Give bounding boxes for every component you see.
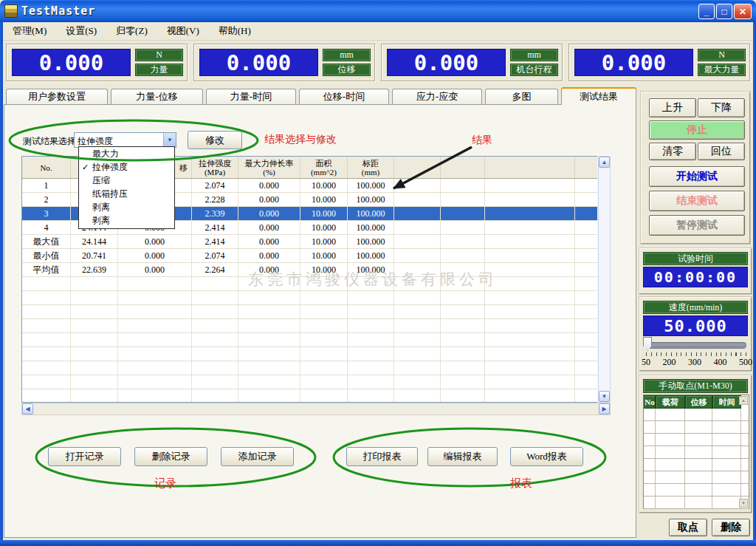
report-button-2[interactable]: 编辑报表 — [427, 447, 498, 466]
jog-down-button[interactable]: 下降 — [698, 98, 745, 117]
table-cell: 0.000 — [238, 221, 300, 234]
dropdown-option[interactable]: 剥离 — [79, 214, 174, 227]
menu-item[interactable]: 视图(V) — [157, 22, 209, 40]
dropdown-option[interactable]: 纸箱持压 — [79, 187, 174, 200]
table-row[interactable] — [22, 389, 597, 403]
window-controls: _ □ ✕ — [698, 4, 752, 19]
column-unit: (%) — [263, 168, 275, 177]
points-scroll-down-icon[interactable]: ▼ — [739, 499, 748, 508]
table-cell: 平均值 — [22, 263, 71, 276]
record-button-2[interactable]: 删除记录 — [134, 447, 207, 466]
table-row[interactable] — [22, 319, 597, 333]
maximize-button[interactable]: □ — [716, 4, 732, 19]
test-time-group: 试验时间 00:00:00 — [639, 248, 752, 294]
stop-button[interactable]: 停止 — [649, 120, 745, 140]
table-row[interactable] — [22, 361, 597, 375]
display-panel: 0.000N力量 — [6, 44, 188, 81]
result-select-combobox[interactable]: 拉伸强度 ▼ — [74, 132, 176, 148]
speed-slider-thumb[interactable] — [643, 337, 652, 351]
start-test-button[interactable]: 开始测试 — [649, 166, 745, 187]
points-cell — [712, 434, 741, 446]
report-button-3[interactable]: Word报表 — [510, 447, 583, 466]
tab-2[interactable]: 力量-位移 — [111, 89, 203, 104]
points-cell — [685, 496, 712, 508]
column-header: 面积(mm^2) — [300, 157, 348, 178]
lcd-value: 0.000 — [199, 49, 318, 76]
points-column-header: 载荷 — [656, 395, 685, 409]
menu-item[interactable]: 设置(S) — [56, 22, 106, 40]
scroll-left-icon[interactable]: ◀ — [22, 403, 33, 414]
points-scroll-up-icon[interactable]: ▲ — [739, 396, 748, 405]
points-cell — [644, 484, 656, 496]
table-cell: 2 — [22, 193, 71, 206]
dropdown-option[interactable]: 剥离 — [79, 200, 174, 214]
tab-bar: 用户参数设置力量-位移力量-时间位移-时间应力-应变多图测试结果 — [4, 87, 636, 104]
table-cell — [22, 361, 71, 375]
vertical-scrollbar[interactable]: ▲ ▼ — [598, 156, 611, 403]
zero-button[interactable]: 清零 — [649, 143, 696, 160]
table-cell — [394, 291, 441, 304]
dropdown-option[interactable]: 拉伸强度✓ — [79, 160, 174, 174]
check-icon: ✓ — [82, 163, 89, 172]
table-row[interactable] — [22, 347, 597, 361]
points-row — [644, 446, 749, 459]
tab-1[interactable]: 用户参数设置 — [6, 89, 108, 104]
points-cell — [712, 496, 741, 508]
modify-button[interactable]: 修改 — [188, 131, 242, 149]
column-header: 拉伸强度(MPa) — [192, 157, 238, 178]
menu-item[interactable]: 帮助(H) — [209, 22, 261, 40]
report-button-1[interactable]: 打印报表 — [346, 447, 418, 466]
table-cell — [485, 361, 575, 375]
table-cell: 0.000 — [118, 249, 192, 262]
dropdown-option[interactable]: 最大力 — [79, 147, 174, 160]
menu-item[interactable]: 归零(Z) — [106, 22, 157, 40]
horizontal-scrollbar[interactable]: ◀ ▶ — [21, 403, 611, 415]
record-button-1[interactable]: 打开记录 — [48, 447, 121, 466]
close-button[interactable]: ✕ — [734, 4, 752, 19]
table-cell: 0.000 — [238, 193, 300, 206]
scroll-down-icon[interactable]: ▼ — [599, 391, 610, 402]
table-cell — [441, 291, 485, 304]
tab-4[interactable]: 位移-时间 — [299, 89, 389, 104]
table-cell: 100.000 — [348, 235, 394, 248]
table-cell: 2.074 — [192, 179, 238, 192]
display-panels: 0.000N力量0.000mm位移0.000mm机台行程0.000N最大力量 — [3, 41, 753, 84]
manual-points-table[interactable]: No载荷位移时间▲▼ — [643, 395, 749, 509]
tab-7[interactable]: 测试结果 — [561, 87, 636, 105]
table-cell — [71, 277, 118, 290]
chevron-down-icon[interactable]: ▼ — [163, 133, 176, 147]
table-row[interactable]: 最大值24.1440.0002.4140.00010.000100.000 — [22, 235, 597, 249]
tab-6[interactable]: 多图 — [485, 89, 558, 104]
table-row[interactable] — [22, 305, 597, 319]
delete-point-button[interactable]: 删除 — [712, 519, 750, 536]
tab-5[interactable]: 应力-应变 — [392, 89, 482, 104]
table-row[interactable]: 最小值20.7410.0002.0740.00010.000100.000 — [22, 249, 597, 263]
return-button[interactable]: 回位 — [698, 143, 745, 160]
title-bar[interactable]: TestMaster _ □ ✕ — [0, 0, 756, 22]
scroll-right-icon[interactable]: ▶ — [599, 403, 610, 414]
menu-item[interactable]: 管理(M) — [3, 22, 56, 40]
table-cell — [575, 235, 597, 248]
pause-test-button[interactable]: 暂停测试 — [649, 215, 745, 236]
record-button-3[interactable]: 添加记录 — [221, 447, 294, 466]
table-cell — [394, 235, 441, 248]
table-cell — [485, 221, 575, 234]
jog-up-button[interactable]: 上升 — [649, 98, 696, 117]
pick-point-button[interactable]: 取点 — [669, 519, 707, 536]
points-cell — [712, 484, 741, 496]
scroll-up-icon[interactable]: ▲ — [599, 157, 610, 168]
table-row[interactable] — [22, 291, 597, 305]
tab-3[interactable]: 力量-时间 — [206, 89, 296, 104]
dropdown-option[interactable]: 压缩 — [79, 174, 174, 187]
table-row[interactable] — [22, 375, 597, 389]
table-row[interactable] — [22, 333, 597, 347]
speed-slider-track[interactable] — [646, 342, 746, 349]
minimize-button[interactable]: _ — [698, 4, 715, 19]
result-select-label: 测试结果选择 — [23, 135, 76, 148]
table-cell — [348, 305, 394, 318]
end-test-button[interactable]: 结束测试 — [649, 191, 745, 211]
points-cell — [644, 434, 656, 446]
table-cell — [485, 193, 575, 206]
table-cell: 1 — [22, 179, 71, 192]
app-icon — [4, 4, 18, 18]
